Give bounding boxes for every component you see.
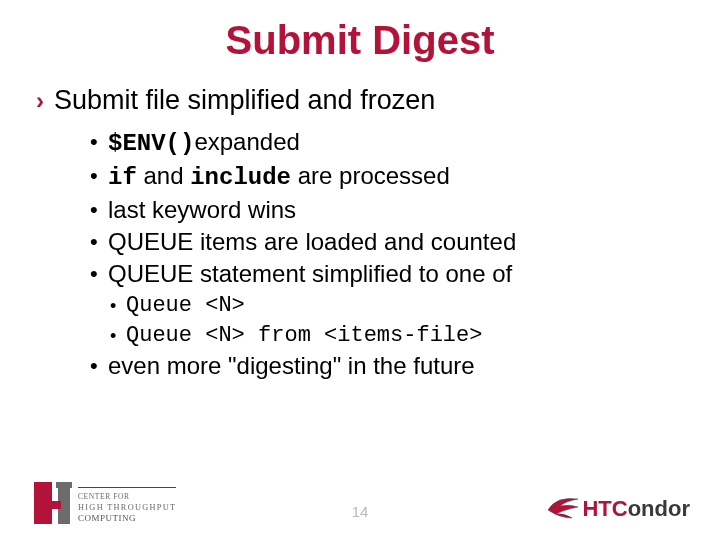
htcondor-logo: HTCondor [546,496,690,522]
code-line: Queue <N> [110,291,690,321]
text-inline: and [137,162,190,189]
logo-condor: ondor [628,496,690,521]
bullet-item: $ENV()expanded [90,127,690,159]
slide: Submit Digest › Submit file simplified a… [0,0,720,540]
logo-line: COMPUTING [78,513,176,524]
logo-text: CENTER FOR HIGH THROUGHPUT COMPUTING [78,487,176,524]
bullet-level3-group: Queue <N> Queue <N> from <items-file> [110,291,690,351]
code-line: Queue <N> from <items-file> [110,321,690,351]
bullet-item: last keyword wins [90,195,690,225]
logo-wordmark: HTCondor [582,496,690,522]
code-inline: $ENV() [108,130,194,157]
code-inline: if [108,164,137,191]
htc-computing-logo: CENTER FOR HIGH THROUGHPUT COMPUTING [34,482,176,524]
logo-ht: HTC [582,496,627,521]
logo-line: CENTER FOR [78,491,176,502]
chevron-icon: › [36,85,44,117]
bullet-item: QUEUE items are loaded and counted [90,227,690,257]
bullet-item: even more "digesting" in the future [90,351,690,381]
bullet-item: if and include are processed [90,161,690,193]
logo-line: HIGH THROUGHPUT [78,502,176,513]
h-mark-icon [34,482,70,524]
bullet-level1: › Submit file simplified and frozen [36,85,690,117]
lvl1-text: Submit file simplified and frozen [54,85,435,116]
bullet-item: QUEUE statement simplified to one of [90,259,690,289]
bullet-level2-group: $ENV()expanded if and include are proces… [90,127,690,381]
wing-icon [546,496,580,522]
text-inline: are processed [291,162,450,189]
code-inline: include [190,164,291,191]
slide-title: Submit Digest [30,18,690,63]
text-inline: expanded [194,128,299,155]
